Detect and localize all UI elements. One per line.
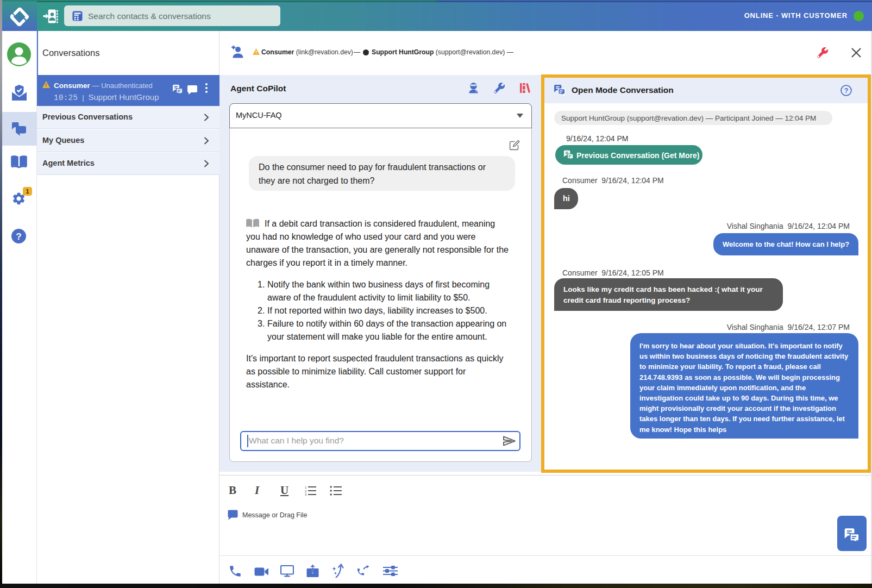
- svg-text:2: 2: [305, 490, 307, 493]
- svg-text:?: ?: [16, 232, 21, 242]
- svg-text:3: 3: [305, 493, 307, 496]
- svg-text:1: 1: [305, 486, 307, 489]
- svg-text:?: ?: [844, 87, 849, 95]
